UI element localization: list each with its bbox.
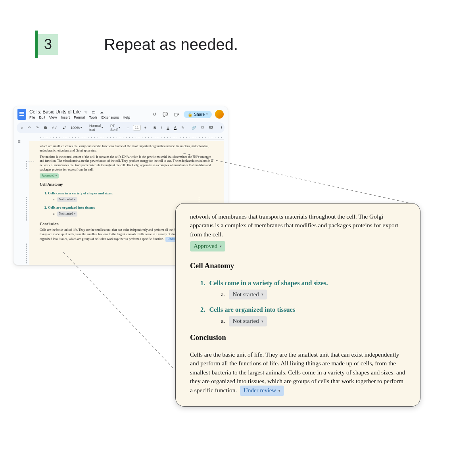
left-rail: ≡	[13, 135, 25, 265]
horizontal-ruler[interactable]	[40, 135, 224, 140]
link-icon[interactable]: 🔗	[190, 125, 197, 131]
paragraph: Cells are the basic unit of life. They a…	[190, 350, 406, 396]
step-badge: 3	[38, 34, 58, 55]
svg-line-1	[63, 252, 178, 373]
font-size-dec[interactable]: −	[126, 125, 131, 131]
menu-insert[interactable]: Insert	[61, 115, 70, 119]
status-chip-not-started[interactable]: Not started▾	[229, 316, 267, 326]
chevron-down-icon: ▾	[261, 319, 263, 324]
step-header: 3 Repeat as needed.	[38, 34, 238, 55]
heading-cell-anatomy: Cell Anatomy	[190, 260, 406, 271]
star-icon[interactable]: ☆	[83, 109, 88, 115]
meet-icon[interactable]: ▢▾	[173, 110, 180, 118]
heading-conclusion: Conclusion	[190, 332, 406, 343]
user-avatar[interactable]	[215, 110, 224, 119]
text-color-button[interactable]: A	[173, 125, 178, 131]
docs-logo-icon	[17, 109, 26, 120]
chevron-down-icon: ▾	[74, 212, 75, 215]
font-size-input[interactable]: 11	[133, 125, 141, 131]
cloud-icon[interactable]: ☁	[99, 109, 104, 115]
menu-format[interactable]: Format	[74, 115, 85, 119]
docs-title[interactable]: Cells: Basic Units of Life	[29, 109, 81, 115]
list-number: 2.	[44, 205, 47, 209]
status-chip-under-review[interactable]: Under review▾	[240, 386, 284, 396]
share-label: Share	[194, 112, 205, 117]
paragraph: which are small structures that carry ou…	[40, 144, 216, 153]
spellcheck-icon[interactable]: A✓	[51, 125, 59, 131]
status-chip-not-started[interactable]: Not started▾	[57, 211, 77, 217]
crop-guide	[26, 244, 27, 263]
italic-button[interactable]: I	[160, 125, 163, 131]
list-number: 1.	[44, 191, 47, 195]
zoom-detail-panel: network of membranes that transports mat…	[175, 203, 420, 407]
chevron-down-icon: ▾	[278, 388, 280, 393]
menu-view[interactable]: View	[49, 115, 57, 119]
sub-letter: a.	[221, 317, 225, 326]
move-icon[interactable]: 🗀	[91, 109, 96, 115]
style-select[interactable]: Normal text ▾	[88, 123, 104, 132]
list-number: 1.	[200, 278, 205, 288]
docs-menu-bar: File Edit View Insert Format Tools Exten…	[29, 115, 147, 119]
zoom-select[interactable]: 100%▾	[69, 125, 83, 131]
sub-letter: a.	[53, 212, 56, 216]
list-item-text: Cells come in a variety of shapes and si…	[48, 191, 113, 195]
more-icon[interactable]: ⋮	[219, 125, 225, 131]
comments-icon[interactable]: 💬	[161, 110, 169, 118]
list-item-text: Cells are organized into tissues	[48, 205, 95, 209]
heading-cell-anatomy: Cell Anatomy	[40, 182, 216, 187]
status-chip-not-started[interactable]: Not started▾	[229, 290, 267, 300]
status-chip-not-started[interactable]: Not started▾	[57, 197, 77, 202]
print-icon[interactable]: 🖶	[42, 125, 48, 131]
docs-titlebar: Cells: Basic Units of Life ☆ 🗀 ☁ File Ed…	[13, 106, 228, 121]
font-size-inc[interactable]: +	[143, 125, 148, 131]
chevron-down-icon: ▾	[261, 292, 263, 297]
bold-button[interactable]: B	[152, 125, 157, 131]
paint-format-icon[interactable]: 🖌	[61, 125, 67, 131]
menu-help[interactable]: Help	[123, 115, 130, 119]
undo-icon[interactable]: ↶	[27, 125, 32, 131]
history-icon[interactable]: ↺	[150, 110, 158, 118]
highlight-button[interactable]: ✎	[180, 125, 186, 131]
menu-file[interactable]: File	[29, 115, 35, 119]
underline-button[interactable]: U	[165, 125, 171, 131]
step-number: 3	[44, 36, 52, 53]
chevron-down-icon: ▾	[56, 174, 57, 177]
search-icon[interactable]: ⌕	[20, 125, 24, 131]
font-select[interactable]: PT Serif ▾	[109, 123, 121, 132]
docs-toolbar: ⌕ ↶ ↷ 🖶 A✓ 🖌 100%▾ Normal text ▾ PT Seri…	[17, 122, 225, 133]
paragraph: The nucleus is the control center of the…	[40, 155, 216, 172]
crop-corner	[26, 161, 34, 169]
lock-icon: 🔒	[188, 112, 192, 117]
insert-image-icon[interactable]: 🖼	[208, 125, 214, 131]
menu-tools[interactable]: Tools	[89, 115, 97, 119]
share-button[interactable]: 🔒 Share ▾	[184, 111, 212, 118]
outline-icon[interactable]: ≡	[17, 139, 20, 265]
menu-edit[interactable]: Edit	[39, 115, 46, 119]
chevron-down-icon: ▾	[74, 198, 75, 201]
status-chip-approved[interactable]: Approved▾	[40, 173, 59, 178]
step-title: Repeat as needed.	[104, 36, 238, 54]
sub-letter: a.	[53, 198, 56, 202]
chevron-down-icon: ▾	[220, 244, 222, 249]
sub-letter: a.	[221, 290, 225, 299]
chevron-down-icon: ▾	[206, 113, 208, 116]
paragraph: network of membranes that transports mat…	[190, 212, 406, 239]
status-chip-approved[interactable]: Approved▾	[190, 241, 225, 251]
list-number: 2.	[200, 305, 205, 315]
menu-extensions[interactable]: Extensions	[101, 115, 119, 119]
crop-guide	[26, 197, 27, 221]
add-comment-icon[interactable]: 🗨	[200, 125, 205, 131]
list-item-text: Cells are organized into tissues	[209, 305, 295, 315]
list-item-text: Cells come in a variety of shapes and si…	[209, 278, 328, 288]
redo-icon[interactable]: ↷	[35, 125, 40, 131]
